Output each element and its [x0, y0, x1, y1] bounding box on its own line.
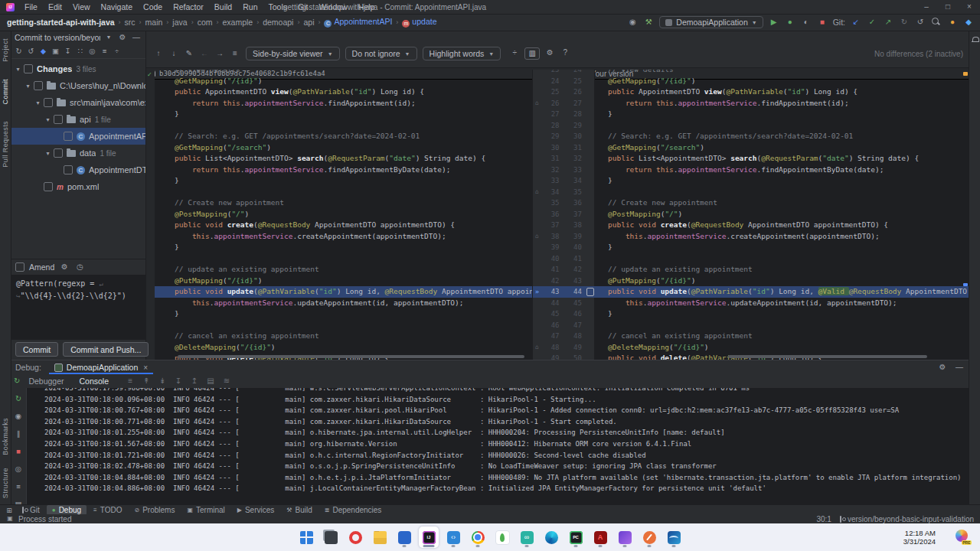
taskbar-pycharm-icon[interactable]: PC — [566, 527, 586, 548]
taskbar-powershell-icon[interactable] — [394, 527, 414, 548]
taskbar-wave-app-icon[interactable] — [664, 527, 684, 548]
menu-refactor[interactable]: Refactor — [168, 2, 209, 11]
git-update-icon[interactable]: ↙ — [851, 17, 861, 28]
tree-row-changes[interactable]: ▾Changes3 files — [11, 60, 145, 77]
run-icon[interactable]: ▶ — [769, 17, 779, 28]
modify-run-config-icon[interactable]: ◉ — [14, 411, 23, 422]
taskbar-task-view-icon[interactable] — [321, 527, 341, 548]
taskbar-clock[interactable]: 12:18 AM 3/31/2024 — [903, 529, 936, 546]
notifications-bell-icon[interactable] — [972, 37, 978, 44]
profiler-icon[interactable]: ◐ — [801, 17, 812, 28]
tree-row-pom-xml[interactable]: mpom.xml — [11, 178, 145, 195]
stripe-item-bookmarks[interactable]: Bookmarks — [2, 418, 9, 455]
user-icon[interactable]: ◉ — [627, 17, 638, 28]
breadcrumb-method[interactable]: mupdate — [401, 17, 437, 28]
stop-icon[interactable]: ■ — [817, 17, 828, 28]
tree-checkbox[interactable] — [64, 165, 73, 174]
tree-chevron-icon[interactable]: ▾ — [14, 66, 22, 73]
breadcrumb-item[interactable]: api — [302, 18, 315, 27]
menu-build[interactable]: Build — [209, 2, 237, 11]
tree-chevron-icon[interactable]: ▾ — [44, 150, 52, 157]
debug-bug-icon[interactable]: ● — [785, 17, 795, 28]
shelve-icon[interactable]: ↧ — [62, 46, 74, 57]
tree-checkbox[interactable] — [34, 81, 43, 90]
back-icon[interactable]: ← — [199, 48, 210, 59]
diff-right-editor[interactable]: // View details@GetMapping("/{id}")publi… — [594, 70, 969, 360]
pause-icon[interactable]: ∥ — [14, 429, 23, 439]
tree-checkbox[interactable] — [54, 115, 63, 124]
amend-checkbox[interactable] — [15, 262, 24, 272]
notifications-dot-icon[interactable]: ● — [947, 17, 958, 28]
breadcrumb-item[interactable]: demoapi — [262, 18, 294, 27]
group-by-icon[interactable]: ∷ — [74, 46, 86, 57]
gear-icon[interactable]: ⚙ — [937, 362, 948, 373]
close-button[interactable]: × — [959, 0, 980, 14]
close-icon[interactable]: × — [143, 364, 148, 372]
tree-checkbox[interactable] — [64, 132, 73, 141]
tree-row-data[interactable]: ▾data1 file — [11, 145, 145, 161]
commit-button[interactable]: Commit — [15, 342, 58, 357]
help-icon[interactable]: ? — [560, 47, 570, 60]
rollback-icon[interactable]: ↺ — [25, 46, 37, 57]
breadcrumb-item[interactable]: getting-started-api-with-java — [6, 18, 116, 27]
tree-chevron-icon[interactable]: ▾ — [34, 99, 42, 106]
stripe-item-commit[interactable]: Commit — [2, 79, 9, 104]
menu-view[interactable]: View — [67, 2, 96, 11]
rerun-debug-icon[interactable]: ↻ — [14, 393, 23, 404]
change-stripe-mark[interactable] — [963, 283, 968, 286]
tree-row-src-main-java-com-example-demo[interactable]: ▾src\main\java\com\example\demoapi — [11, 94, 145, 111]
search-icon[interactable] — [931, 17, 942, 26]
sync-scroll-icon[interactable]: ▥ — [524, 47, 540, 60]
git-push-icon[interactable]: ↗ — [883, 17, 893, 28]
run-configuration-select[interactable]: DemoapiApplication ▼ — [659, 16, 763, 28]
git-commit-icon[interactable]: ✓ — [867, 17, 877, 28]
console-options-icon[interactable]: ≡ — [125, 376, 136, 386]
git-branch-widget[interactable]: version/beyond-basic-input-validation — [839, 515, 974, 523]
history-icon[interactable]: ◷ — [74, 262, 85, 272]
taskbar-acrobat-icon[interactable]: A — [590, 527, 610, 548]
hide-panel-icon[interactable]: — — [954, 362, 965, 373]
tray-app-icon[interactable]: PRE — [956, 530, 969, 543]
warning-stripe-mark[interactable] — [963, 72, 968, 76]
breadcrumb-item[interactable]: src — [124, 18, 136, 27]
move-up-icon[interactable]: ↥ — [189, 376, 200, 386]
tree-checkbox[interactable] — [44, 98, 53, 107]
whitespace-mode-dropdown[interactable]: Do not ignore ▼ — [345, 47, 417, 60]
minimize-button[interactable]: – — [916, 0, 937, 14]
gear-icon[interactable]: ⚙ — [59, 262, 70, 272]
taskbar-vscode-icon[interactable]: ‹› — [443, 527, 463, 548]
debug-session-tab[interactable]: DemoapiApplication × — [49, 360, 153, 374]
show-diff-icon[interactable]: ▣ — [50, 46, 61, 57]
stop-icon[interactable]: ■ — [14, 446, 23, 457]
soft-wrap-icon[interactable]: ▤ — [205, 376, 216, 386]
breadcrumb-class[interactable]: CAppointmentAPI — [323, 17, 393, 28]
thread-dump-icon[interactable]: ◎ — [14, 464, 23, 474]
gear-icon[interactable]: ⚙ — [117, 32, 128, 43]
taskbar-chrome-icon[interactable] — [468, 527, 488, 548]
tree-row-api[interactable]: ▾api1 file — [11, 111, 145, 128]
taskbar-mongodb-icon[interactable] — [492, 527, 512, 548]
hide-panel-icon[interactable]: — — [131, 32, 142, 43]
mute-breakpoints-icon[interactable]: ≡ — [14, 481, 23, 492]
move-down-icon[interactable]: ↧ — [173, 376, 184, 386]
menu-code[interactable]: Code — [138, 2, 168, 11]
git-rollback-icon[interactable]: ↺ — [915, 17, 926, 28]
commit-and-push-button[interactable]: Commit and Push... — [63, 342, 149, 357]
console-output[interactable]: 2024-03-31T00:17:59.986+08:00 INFO 46424… — [27, 388, 969, 505]
breadcrumb-item[interactable]: main — [145, 18, 164, 27]
tab-console[interactable]: Console — [73, 377, 116, 386]
tree-row-appointmentapi-java[interactable]: CAppointmentAPI.java — [11, 128, 145, 145]
stripe-item-project[interactable]: Project — [2, 38, 9, 62]
tree-checkbox[interactable] — [44, 182, 53, 191]
edit-icon[interactable]: ✎ — [184, 48, 194, 59]
ide-gem-icon[interactable]: ◆ — [963, 17, 974, 28]
tree-chevron-icon[interactable]: ▾ — [24, 83, 32, 90]
print-icon[interactable]: ≋ — [221, 376, 232, 386]
menu-file[interactable]: File — [19, 2, 43, 11]
change-checkbox[interactable] — [586, 288, 594, 296]
viewer-mode-dropdown[interactable]: Side-by-side viewer ▼ — [246, 47, 340, 60]
horizontal-scrollbar[interactable] — [728, 355, 927, 358]
menu-edit[interactable]: Edit — [43, 2, 67, 11]
stripe-item-structure[interactable]: Structure — [2, 468, 9, 498]
collapse-unchanged-icon[interactable]: ÷ — [509, 47, 520, 60]
